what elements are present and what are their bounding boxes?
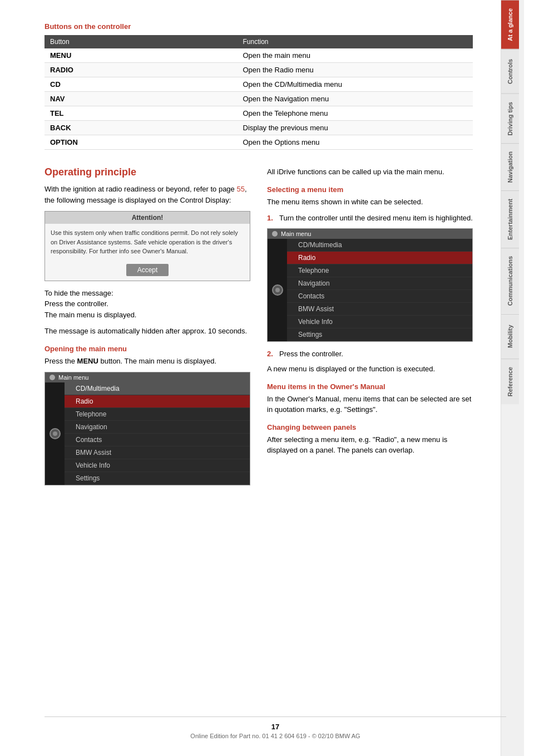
sidebar-tab-reference[interactable]: Reference bbox=[501, 359, 519, 404]
menu-layout-left: CD/MultimediaRadioTelephoneNavigationCon… bbox=[45, 382, 250, 485]
page-link[interactable]: 55 bbox=[236, 185, 244, 193]
menu-item-row: BMW Assist bbox=[287, 303, 472, 316]
controller-icon-right bbox=[268, 239, 287, 341]
menu-item-row: CD/Multimedia bbox=[65, 382, 250, 395]
function-cell: Open the main menu bbox=[238, 48, 473, 63]
menu-item-row: Radio bbox=[65, 395, 250, 408]
selecting-heading: Selecting a menu item bbox=[267, 185, 473, 194]
function-cell: Open the Navigation menu bbox=[238, 92, 473, 106]
new-menu-text: A new menu is displayed or the function … bbox=[267, 364, 473, 375]
menu-item-row: Settings bbox=[287, 328, 472, 341]
function-cell: Display the previous menu bbox=[238, 121, 473, 135]
step1-text: Turn the controller until the desired me… bbox=[279, 213, 473, 224]
function-cell: Open the Options menu bbox=[238, 135, 473, 150]
page-container: Buttons on the controller Button Functio… bbox=[0, 0, 534, 756]
menu-icon-small bbox=[50, 375, 55, 380]
sidebar-tab-navigation[interactable]: Navigation bbox=[501, 143, 519, 190]
changing-panels-text: After selecting a menu item, e.g. "Radio… bbox=[267, 434, 473, 456]
menu-item-row: Radio bbox=[287, 252, 472, 264]
operating-principle-section: Operating principle With the ignition at… bbox=[44, 166, 473, 490]
button-cell: RADIO bbox=[44, 63, 238, 77]
op-intro-text: With the ignition at radio readiness or … bbox=[44, 184, 250, 205]
menu-screenshot-header-right: Main menu bbox=[268, 229, 472, 239]
menu-item-row: Contacts bbox=[287, 290, 472, 303]
auto-hide-text: The message is automatically hidden afte… bbox=[44, 326, 250, 337]
all-functions-text: All iDrive functions can be called up vi… bbox=[267, 166, 473, 178]
main-menu-label-right: Main menu bbox=[281, 230, 311, 237]
button-cell: MENU bbox=[44, 48, 238, 63]
menu-items-left: CD/MultimediaRadioTelephoneNavigationCon… bbox=[65, 382, 250, 485]
menu-item-row: Contacts bbox=[65, 434, 250, 446]
button-cell: BACK bbox=[44, 121, 238, 135]
menu-item-row: Telephone bbox=[65, 408, 250, 421]
open-main-menu-heading: Opening the main menu bbox=[44, 345, 250, 353]
sidebar-tab-communications[interactable]: Communications bbox=[501, 248, 519, 313]
table-row: NAVOpen the Navigation menu bbox=[44, 92, 473, 106]
function-cell: Open the CD/Multimedia menu bbox=[238, 77, 473, 92]
sidebar-tab-at-a-glance[interactable]: At a glance bbox=[501, 0, 519, 49]
sidebar-tab-mobility[interactable]: Mobility bbox=[501, 314, 519, 359]
op-right-col: All iDrive functions can be called up vi… bbox=[267, 166, 473, 490]
menu-item-row: Navigation bbox=[287, 277, 472, 290]
table-row: OPTIONOpen the Options menu bbox=[44, 135, 473, 150]
function-cell: Open the Radio menu bbox=[238, 63, 473, 77]
controller-icon-left bbox=[45, 382, 65, 485]
changing-panels-heading: Changing between panels bbox=[267, 423, 473, 431]
page-number: 17 bbox=[50, 723, 501, 731]
menu-screenshot-right: Main menu CD/MultimediaRadioTelephoneNav… bbox=[267, 228, 473, 342]
buttons-section: Buttons on the controller Button Functio… bbox=[44, 22, 473, 150]
attention-box: Attention! Use this system only when tra… bbox=[44, 211, 250, 281]
sidebar-tabs: At a glanceControlsDriving tipsNavigatio… bbox=[501, 0, 524, 756]
menu-item-row: BMW Assist bbox=[65, 446, 250, 459]
button-cell: NAV bbox=[44, 92, 238, 106]
table-row: CDOpen the CD/Multimedia menu bbox=[44, 77, 473, 92]
menu-item-row: CD/Multimedia bbox=[287, 239, 472, 252]
selecting-text: The menu items shown in white can be sel… bbox=[267, 197, 473, 208]
owner-manual-heading: Menu items in the Owner's Manual bbox=[267, 382, 473, 391]
function-cell: Open the Telephone menu bbox=[238, 106, 473, 121]
button-cell: OPTION bbox=[44, 135, 238, 150]
owner-manual-text: In the Owner's Manual, menu items that c… bbox=[267, 394, 473, 415]
page-footer: 17 Online Edition for Part no. 01 41 2 6… bbox=[44, 716, 506, 745]
step2: 2. Press the controller. bbox=[267, 348, 473, 360]
menu-item-row: Vehicle Info bbox=[65, 459, 250, 472]
sidebar-tab-driving-tips[interactable]: Driving tips bbox=[501, 94, 519, 144]
controller-dot-right bbox=[275, 288, 280, 292]
menu-screenshot-header-left: Main menu bbox=[45, 372, 250, 382]
main-menu-label-left: Main menu bbox=[58, 374, 88, 381]
controller-circle-right bbox=[272, 284, 283, 296]
attention-content: Use this system only when traffic condit… bbox=[45, 224, 250, 261]
controller-circle-left bbox=[50, 428, 61, 439]
sidebar-tabs-container: At a glanceControlsDriving tipsNavigatio… bbox=[501, 0, 524, 404]
step1: 1. Turn the controller until the desired… bbox=[267, 213, 473, 224]
table-row: RADIOOpen the Radio menu bbox=[44, 63, 473, 77]
sidebar-tab-controls[interactable]: Controls bbox=[501, 49, 519, 94]
footer-text: Online Edition for Part no. 01 41 2 604 … bbox=[190, 733, 360, 739]
step2-num: 2. bbox=[267, 348, 276, 360]
menu-layout-right: CD/MultimediaRadioTelephoneNavigationCon… bbox=[268, 239, 472, 341]
step1-num: 1. bbox=[267, 213, 276, 224]
menu-item-row: Settings bbox=[65, 472, 250, 485]
col-header-button: Button bbox=[44, 35, 238, 48]
sidebar-tab-entertainment[interactable]: Entertainment bbox=[501, 190, 519, 248]
op-left-col: Operating principle With the ignition at… bbox=[44, 166, 250, 490]
main-content: Buttons on the controller Button Functio… bbox=[0, 0, 501, 756]
buttons-section-title: Buttons on the controller bbox=[44, 22, 473, 31]
step2-text: Press the controller. bbox=[279, 348, 343, 360]
col-header-function: Function bbox=[238, 35, 473, 48]
menu-icon-small-right bbox=[272, 231, 278, 237]
menu-screenshot-left: Main menu CD/MultimediaRadioTelephoneNav… bbox=[44, 372, 250, 485]
attention-footer: Accept bbox=[45, 261, 250, 281]
menu-item-row: Vehicle Info bbox=[287, 316, 472, 328]
op-heading: Operating principle bbox=[44, 166, 250, 178]
menu-item-row: Telephone bbox=[287, 264, 472, 277]
button-table: Button Function MENUOpen the main menuRA… bbox=[44, 35, 473, 150]
controller-dot-left bbox=[53, 431, 57, 436]
hide-msg-text: To hide the message: Press the controlle… bbox=[44, 288, 250, 321]
menu-item-row: Navigation bbox=[65, 421, 250, 434]
open-main-menu-text: Press the MENU button. The main menu is … bbox=[44, 356, 250, 367]
accept-button[interactable]: Accept bbox=[126, 264, 169, 276]
button-cell: TEL bbox=[44, 106, 238, 121]
menu-items-right: CD/MultimediaRadioTelephoneNavigationCon… bbox=[287, 239, 472, 341]
table-row: MENUOpen the main menu bbox=[44, 48, 473, 63]
